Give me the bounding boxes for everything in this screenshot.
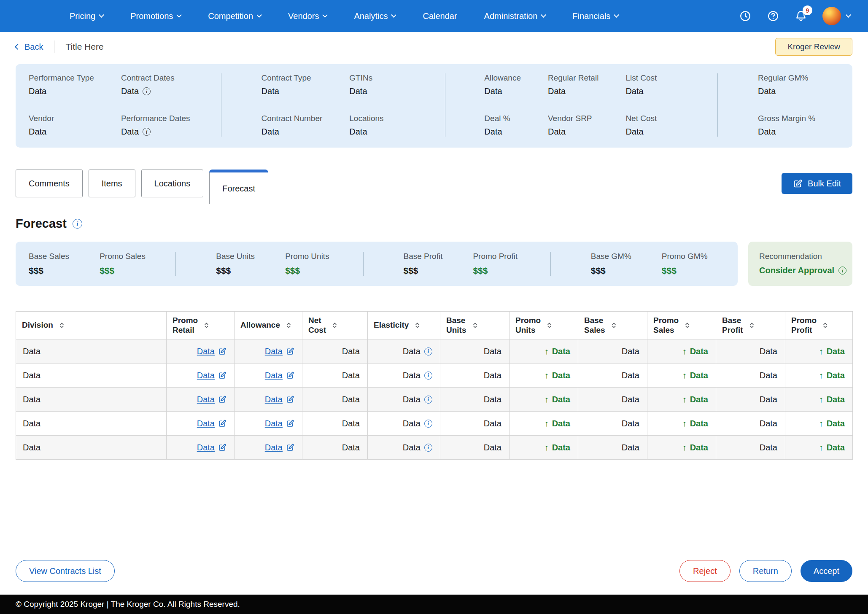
field-label: Net Cost xyxy=(625,114,657,123)
return-button[interactable]: Return xyxy=(739,560,792,582)
summary-column: Regular GM% Data Gross Margin % Data xyxy=(758,73,815,137)
user-menu[interactable] xyxy=(822,7,850,25)
copyright-text: © Copyright 2025 Kroger | The Kroger Co.… xyxy=(16,600,240,609)
nav-item-administration[interactable]: Administration xyxy=(484,11,546,21)
accept-button[interactable]: Accept xyxy=(801,560,852,582)
editable-value-link[interactable]: Data xyxy=(197,371,226,380)
table-column-header[interactable]: Promo Units xyxy=(509,312,578,339)
nav-item-pricing[interactable]: Pricing xyxy=(70,11,103,21)
table-column-header[interactable]: Base Units xyxy=(440,312,509,339)
tab-items[interactable]: Items xyxy=(89,170,135,197)
nav-item-label: Analytics xyxy=(354,11,388,21)
editable-value-link[interactable]: Data xyxy=(265,395,294,404)
cell-value: Data xyxy=(484,395,501,404)
nav-item-financials[interactable]: Financials xyxy=(572,11,618,21)
table-header-row: Division Promo Retail Allowance Net Cost… xyxy=(16,312,853,339)
table-column-header[interactable]: Promo Sales xyxy=(647,312,716,339)
table-body: Data Data Data Data Data Data Data Data … xyxy=(16,339,853,460)
column-header-inner: Allowance xyxy=(240,320,296,330)
nav-item-vendors[interactable]: Vendors xyxy=(288,11,327,21)
editable-value-link[interactable]: Data xyxy=(197,347,226,356)
editable-value-link[interactable]: Data xyxy=(265,419,294,428)
info-icon[interactable] xyxy=(424,347,432,355)
table-cell: Data xyxy=(16,339,167,364)
nav-item-promotions[interactable]: Promotions xyxy=(130,11,181,21)
table-cell: Data xyxy=(440,388,509,412)
info-icon[interactable] xyxy=(424,420,432,428)
info-icon[interactable] xyxy=(424,396,432,404)
cell-value: Data xyxy=(690,371,708,380)
back-button[interactable]: Back xyxy=(16,42,43,52)
bulk-edit-button[interactable]: Bulk Edit xyxy=(782,173,852,194)
edit-icon xyxy=(218,347,226,355)
view-contracts-list-button[interactable]: View Contracts List xyxy=(16,560,115,582)
clock-icon[interactable] xyxy=(739,10,752,22)
column-label: Base Units xyxy=(446,316,466,335)
column-header-inner: Promo Sales xyxy=(653,316,710,335)
field-label: Regular Retail xyxy=(548,73,598,83)
actions-row: View Contracts List Reject Return Accept xyxy=(0,560,868,582)
table-cell: Data xyxy=(509,364,578,388)
table-row: Data Data Data Data Data Data Data Data … xyxy=(16,412,853,436)
table-column-header[interactable]: Promo Retail xyxy=(167,312,235,339)
tab-forecast[interactable]: Forecast xyxy=(209,170,268,204)
editable-value-link[interactable]: Data xyxy=(197,419,226,428)
table-cell: Data xyxy=(167,364,235,388)
field-value-row: Data xyxy=(121,127,190,137)
cell-value: Data xyxy=(622,347,639,356)
info-icon[interactable] xyxy=(838,267,846,275)
table-cell: Data xyxy=(647,339,716,364)
table-column-header[interactable]: Elasticity xyxy=(368,312,440,339)
field-value-row: Data xyxy=(625,127,657,137)
summary-column: List Cost Data Net Cost Data xyxy=(625,73,657,137)
divider xyxy=(54,40,54,53)
cell-up-value: Data xyxy=(682,419,708,428)
cell-value: Data xyxy=(403,395,421,404)
info-icon[interactable] xyxy=(73,219,82,229)
nav-item-competition[interactable]: Competition xyxy=(208,11,261,21)
editable-value-link[interactable]: Data xyxy=(265,347,294,356)
table-column-header[interactable]: Allowance xyxy=(235,312,302,339)
editable-value-link[interactable]: Data xyxy=(197,395,226,404)
stats-row: Base Sales $$$ Promo Sales $$$ Base Unit… xyxy=(16,242,852,286)
table-cell: Data xyxy=(785,436,853,460)
table-column-header[interactable]: Base Profit xyxy=(716,312,785,339)
cell-value: Data xyxy=(552,347,570,356)
info-icon[interactable] xyxy=(143,87,151,95)
nav-item-calendar[interactable]: Calendar xyxy=(423,11,457,21)
cell-up-value: Data xyxy=(682,443,708,452)
nav-item-analytics[interactable]: Analytics xyxy=(354,11,396,21)
tab-comments[interactable]: Comments xyxy=(16,170,83,197)
table-cell: Data xyxy=(716,364,785,388)
help-icon[interactable] xyxy=(767,10,779,22)
table-column-header[interactable]: Net Cost xyxy=(302,312,368,339)
cell-value: Data xyxy=(23,443,40,452)
cell-value: Data xyxy=(827,419,845,428)
column-label: Promo Sales xyxy=(653,316,679,335)
cell-value: Data xyxy=(342,443,360,452)
table-column-header[interactable]: Division xyxy=(16,312,167,339)
editable-value-link[interactable]: Data xyxy=(197,443,226,452)
info-icon[interactable] xyxy=(424,372,432,380)
table-column-header[interactable]: Promo Profit xyxy=(785,312,853,339)
info-icon[interactable] xyxy=(424,444,432,452)
cell-value: Data xyxy=(552,395,570,404)
table-cell: Data xyxy=(368,339,440,364)
field-value-row: Data xyxy=(625,86,657,96)
reject-button[interactable]: Reject xyxy=(679,560,731,582)
cell-value: Data xyxy=(403,371,421,380)
info-icon[interactable] xyxy=(143,128,151,136)
arrow-up-icon xyxy=(545,419,549,428)
table-column-header[interactable]: Base Sales xyxy=(578,312,647,339)
field-value: Data xyxy=(121,127,139,137)
tab-locations[interactable]: Locations xyxy=(141,170,204,197)
cell-value: Data xyxy=(197,443,215,452)
editable-value-link[interactable]: Data xyxy=(265,443,294,452)
notifications-bell-icon[interactable]: 9 xyxy=(795,10,807,22)
column-header-inner: Base Units xyxy=(446,316,503,335)
editable-value-link[interactable]: Data xyxy=(265,371,294,380)
chevron-down-icon xyxy=(256,12,262,18)
nav-menu: Pricing Promotions Competition Vendors A… xyxy=(70,11,618,21)
summary-column: GTINs Data Locations Data xyxy=(349,73,383,137)
field-value: Data xyxy=(758,127,776,137)
